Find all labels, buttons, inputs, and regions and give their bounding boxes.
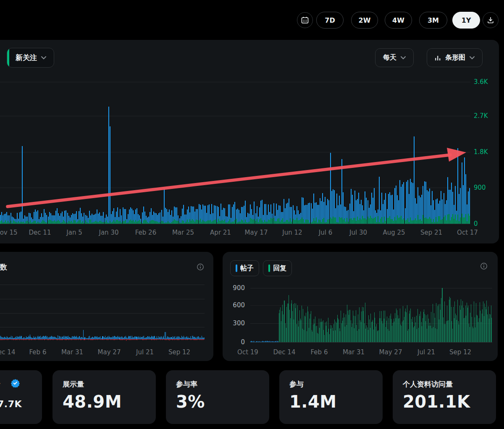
chevron-down-icon (470, 56, 475, 60)
chart-type-selector-label: 条形图 (445, 53, 465, 62)
x-tick: May 27 (379, 348, 402, 356)
chevron-down-icon (41, 56, 46, 60)
range-button-4w[interactable]: 4W (385, 12, 412, 29)
x-tick: Jun 12 (282, 229, 302, 236)
stat-value: 201.1K (403, 392, 470, 411)
stat-card-engagements: 参与 1.4M (279, 370, 383, 424)
stat-value: 3% (176, 392, 205, 411)
axis-baseline (0, 224, 470, 224)
x-tick: Jan 30 (99, 229, 119, 236)
x-tick: Dec 14 (273, 348, 296, 356)
stat-card-profile-visits: 个人资料访问量 201.1K (393, 370, 496, 424)
metric-selector[interactable]: 新关注 (7, 48, 54, 68)
x-tick: Dec 14 (0, 348, 15, 356)
stat-value: 1.4M (289, 392, 337, 411)
download-button[interactable] (483, 12, 499, 28)
x-tick: Nov 15 (0, 229, 18, 236)
x-tick: Feb 6 (29, 348, 47, 356)
range-button-7d[interactable]: 7D (316, 12, 344, 29)
range-button-1y[interactable]: 1Y (452, 12, 480, 29)
stat-card-engagement-rate: 参与率 3% (166, 370, 269, 424)
stat-title: 关注者 (0, 379, 0, 389)
stat-card-followers: 关注者 7.7K (0, 370, 42, 424)
posts-replies-card: 帖子 回复 900 600 300 0 Oct 19 Dec 14 Feb 6 … (223, 252, 498, 361)
stat-card-impressions: 展示量 48.9M (52, 370, 156, 424)
calendar-button[interactable] (297, 12, 313, 28)
x-tick: Mar 31 (61, 348, 83, 356)
gridline (0, 285, 205, 285)
x-tick: Jan 5 (66, 229, 82, 236)
stat-value: 7.7K (0, 399, 22, 409)
y-tick: 3.6K (474, 78, 488, 86)
stat-title: 个人资料访问量 (403, 379, 453, 389)
legend-chip-replies[interactable]: 回复 (263, 260, 292, 276)
analytics-dashboard: 7D 2W 4W 3M 1Y 新关注 每天 (0, 0, 504, 429)
y-tick: 2.7K (474, 112, 488, 120)
x-tick: Jul 6 (319, 229, 332, 236)
x-tick: Sep 12 (168, 348, 190, 356)
main-chart-panel: 新关注 每天 条形图 (0, 40, 499, 243)
download-icon (487, 17, 494, 24)
y-tick: 300 (228, 319, 245, 327)
followers-count-card: 关注数 Dec 14 Feb 6 Mar 31 May 27 Jul 21 Se… (0, 252, 213, 361)
stat-title: 展示量 (63, 379, 84, 389)
x-tick: Apr 21 (210, 229, 231, 236)
legend-chip-posts[interactable]: 帖子 (230, 260, 259, 276)
legend-label: 帖子 (240, 264, 254, 273)
axis-baseline (250, 342, 492, 343)
y-tick: 900 (474, 184, 486, 191)
y-tick: 600 (228, 301, 245, 309)
posts-legend-mark (236, 264, 237, 272)
metric-selector-label: 新关注 (16, 53, 37, 63)
info-icon[interactable] (197, 263, 204, 271)
y-tick: 1.8K (474, 148, 488, 156)
x-tick: Dec 11 (29, 229, 51, 236)
chevron-down-icon (401, 56, 406, 60)
x-tick: Feb 26 (135, 229, 156, 236)
x-tick: Jul 21 (136, 348, 154, 356)
legend-label: 回复 (273, 264, 286, 273)
card-title: 关注数 (0, 262, 7, 272)
metric-accent-bar (7, 48, 9, 67)
replies-legend-mark (268, 264, 270, 272)
stat-value: 48.9M (63, 392, 122, 411)
y-tick: 0 (474, 220, 478, 228)
interval-selector[interactable]: 每天 (375, 48, 414, 67)
stat-title: 参与 (289, 379, 304, 389)
x-tick: Sep 21 (420, 229, 442, 236)
x-tick: Aug 25 (383, 229, 405, 236)
range-button-2w[interactable]: 2W (351, 12, 378, 29)
verified-badge-icon (11, 379, 20, 387)
x-tick: Jul 21 (417, 348, 435, 356)
x-tick: May 27 (98, 348, 121, 356)
x-tick: Feb 6 (311, 348, 328, 356)
range-button-3m[interactable]: 3M (419, 12, 447, 29)
x-tick: Oct 19 (237, 348, 258, 356)
x-tick: Oct 17 (457, 229, 478, 236)
x-tick: Mar 25 (172, 229, 194, 236)
stat-title: 参与率 (176, 379, 197, 389)
trend-arrow-annotation (0, 143, 472, 216)
info-icon[interactable] (480, 262, 488, 270)
x-tick: Mar 31 (343, 348, 365, 356)
interval-selector-label: 每天 (383, 53, 396, 62)
calendar-icon (301, 16, 309, 24)
chart-type-selector[interactable]: 条形图 (427, 48, 483, 67)
x-tick: May 17 (245, 229, 268, 236)
posts-replies-bars (250, 288, 492, 342)
bar-chart-icon (435, 55, 441, 61)
y-tick: 900 (228, 284, 245, 292)
net-follows-negative-bars (0, 339, 205, 342)
x-tick: Jul 30 (349, 229, 367, 236)
net-follows-positive-bars (0, 285, 205, 339)
y-tick: 0 (228, 338, 245, 346)
x-tick: Sep 12 (449, 348, 471, 356)
